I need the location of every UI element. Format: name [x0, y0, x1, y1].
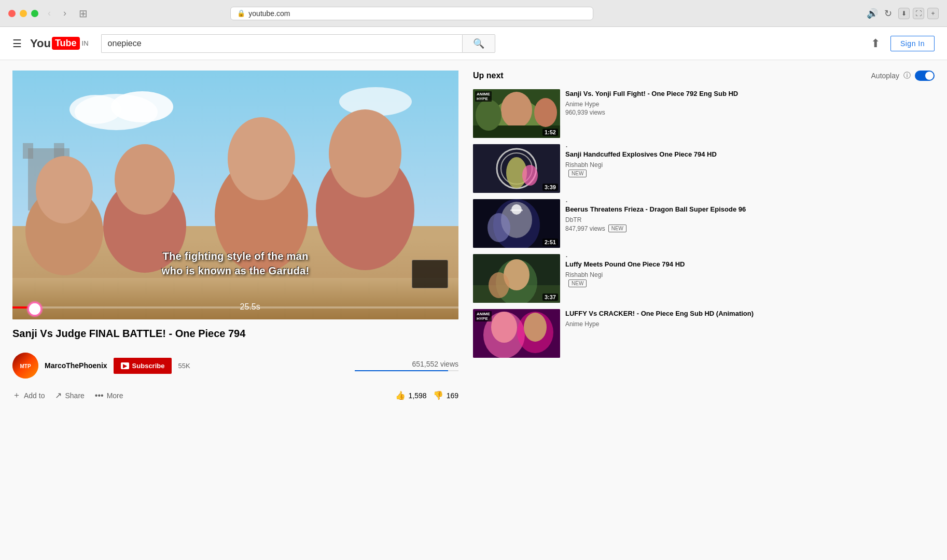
- back-button[interactable]: ‹: [45, 7, 54, 20]
- autoplay-info-icon[interactable]: ⓘ: [903, 71, 911, 80]
- svg-point-13: [228, 117, 295, 200]
- card-title-3: Beerus Threatens Frieza - Dragon Ball Su…: [565, 205, 935, 214]
- card-thumbnail-1: ANIMEHYPE 1:52: [473, 89, 560, 138]
- new-badge-2: NEW: [568, 170, 587, 177]
- address-bar[interactable]: 🔒 youtube.com: [230, 7, 593, 20]
- fullscreen-button[interactable]: ⛶: [913, 8, 924, 19]
- search-icon: 🔍: [473, 38, 484, 49]
- video-card-5[interactable]: ANIMEHYPE LUFFY Vs CRACKER! - One Piece …: [473, 309, 935, 358]
- card-dot-3: ·: [565, 199, 935, 204]
- video-overlay-face: [412, 260, 448, 288]
- video-card-1[interactable]: ANIMEHYPE 1:52 Sanji Vs. Yonji Full Figh…: [473, 89, 935, 138]
- window-controls: [8, 10, 38, 17]
- card-info-5: LUFFY Vs CRACKER! - One Piece Eng Sub HD…: [565, 309, 935, 358]
- more-button[interactable]: ••• More: [95, 390, 123, 401]
- share-button[interactable]: ↗ Share: [55, 390, 84, 401]
- forward-button[interactable]: ›: [60, 7, 69, 20]
- card-thumbnail-4: 3:37: [473, 254, 560, 303]
- card-views-3: 847,997 views: [565, 225, 605, 232]
- svg-point-11: [115, 144, 175, 215]
- channel-row: MTP MarcoThePhoenix ▶ Subscribe 55K 651,…: [12, 346, 458, 385]
- svg-point-45: [524, 313, 547, 342]
- progress-bar[interactable]: [12, 306, 458, 309]
- signin-button[interactable]: Sign In: [890, 36, 935, 51]
- video-thumbnail: The fighting style of the man who is kno…: [12, 71, 458, 319]
- maximize-button[interactable]: [31, 10, 38, 17]
- more-icon: •••: [95, 391, 104, 400]
- card-channel-1: Anime Hype: [565, 101, 935, 108]
- svg-point-44: [491, 312, 517, 343]
- toggle-knob: [925, 72, 934, 80]
- like-bar: [355, 370, 458, 371]
- video-info: Sanji Vs Judge FINAL BATTLE! - One Piece…: [12, 319, 458, 410]
- autoplay-label: Autoplay: [871, 72, 899, 80]
- like-button[interactable]: 1,598: [395, 390, 427, 400]
- card-views-1: 960,939 views: [565, 109, 935, 116]
- svg-point-9: [36, 156, 93, 223]
- card-info-4: · Luffy Meets Pound One Piece 794 HD Ris…: [565, 254, 935, 303]
- like-count: 1,598: [409, 391, 427, 400]
- video-controls[interactable]: 25.5s: [12, 303, 458, 319]
- add-to-button[interactable]: ＋ Add to: [12, 390, 45, 401]
- duration-3: 2:51: [542, 239, 558, 246]
- subscribe-yt-logo: ▶: [121, 362, 129, 369]
- new-badge-4: NEW: [568, 279, 587, 287]
- sidebar-toggle-button[interactable]: ⊞: [76, 6, 91, 21]
- video-card-4[interactable]: 3:37 · Luffy Meets Pound One Piece 794 H…: [473, 254, 935, 303]
- autoplay-section: Autoplay ⓘ: [871, 71, 935, 81]
- sidebar: Up next Autoplay ⓘ: [473, 71, 935, 410]
- views-count: 651,552 views: [412, 360, 458, 368]
- svg-point-29: [522, 165, 538, 186]
- card-thumbnail-3: 2:51: [473, 199, 560, 248]
- autoplay-toggle[interactable]: [915, 71, 935, 81]
- youtube-header: ☰ You Tube IN 🔍 ⬆ Sign In: [0, 27, 947, 60]
- card-dot-2: ·: [565, 144, 935, 149]
- card-title-1: Sanji Vs. Yonji Full Fight! - One Piece …: [565, 89, 935, 99]
- new-tab-button[interactable]: +: [927, 8, 939, 19]
- channel-name[interactable]: MarcoThePhoenix: [45, 361, 107, 370]
- channel-avatar[interactable]: MTP: [12, 353, 38, 379]
- hype-badge-5: ANIMEHYPE: [475, 311, 492, 321]
- svg-point-21: [501, 92, 532, 128]
- video-card-2[interactable]: 3:39 · Sanji Handcuffed Explosives One P…: [473, 144, 935, 193]
- video-section: The fighting style of the man who is kno…: [12, 71, 458, 410]
- card-title-4: Luffy Meets Pound One Piece 794 HD: [565, 260, 935, 269]
- lock-icon: 🔒: [237, 9, 245, 17]
- new-badge-3: NEW: [608, 225, 626, 232]
- dislike-button[interactable]: 169: [433, 390, 458, 400]
- hype-badge-1: ANIMEHYPE: [475, 91, 492, 102]
- main-content: The fighting style of the man who is kno…: [0, 60, 947, 421]
- duration-1: 1:52: [542, 129, 558, 136]
- youtube-logo[interactable]: You Tube IN: [30, 37, 89, 50]
- up-next-title: Up next: [473, 71, 504, 80]
- card-info-3: · Beerus Threatens Frieza - Dragon Ball …: [565, 199, 935, 248]
- video-card-3[interactable]: 2:51 · Beerus Threatens Frieza - Dragon …: [473, 199, 935, 248]
- card-thumbnail-5: ANIMEHYPE: [473, 309, 560, 358]
- subscribe-button[interactable]: ▶ Subscribe: [114, 358, 172, 374]
- card-channel-5: Anime Hype: [565, 320, 935, 328]
- svg-rect-35: [510, 209, 523, 211]
- logo-you: You: [30, 37, 51, 50]
- svg-point-23: [476, 100, 502, 131]
- upload-button[interactable]: ⬆: [871, 37, 880, 50]
- duration-2: 3:39: [542, 184, 558, 191]
- header-right: ⬆ Sign In: [871, 36, 935, 51]
- logo-in: IN: [82, 39, 89, 47]
- search-button[interactable]: 🔍: [462, 34, 495, 53]
- avatar-image: MTP: [12, 353, 38, 379]
- progress-dot[interactable]: [27, 302, 42, 316]
- card-thumbnail-2: 3:39: [473, 144, 560, 193]
- svg-point-3: [69, 95, 121, 124]
- download-button[interactable]: ⬇: [898, 8, 910, 19]
- svg-point-33: [488, 213, 510, 242]
- search-input[interactable]: [101, 34, 462, 53]
- volume-icon[interactable]: 🔊: [867, 8, 878, 19]
- close-button[interactable]: [8, 10, 16, 17]
- card-title-5: LUFFY Vs CRACKER! - One Piece Eng Sub HD…: [565, 309, 935, 318]
- card-info-1: Sanji Vs. Yonji Full Fight! - One Piece …: [565, 89, 935, 138]
- svg-point-24: [534, 98, 557, 127]
- hamburger-menu-icon[interactable]: ☰: [12, 37, 22, 50]
- reload-icon[interactable]: ↻: [884, 8, 892, 19]
- video-player[interactable]: The fighting style of the man who is kno…: [12, 71, 458, 319]
- minimize-button[interactable]: [20, 10, 27, 17]
